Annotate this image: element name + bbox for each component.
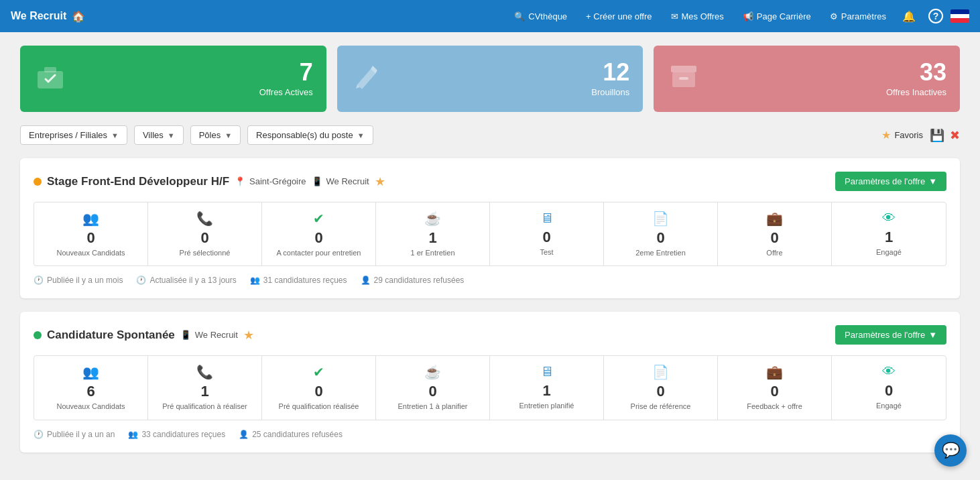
company-icon: 📱 bbox=[312, 176, 322, 186]
footer-text: 25 candidatures refusées bbox=[252, 430, 343, 439]
chevron-down-icon: ▼ bbox=[225, 131, 232, 139]
stat-number: 0 bbox=[381, 383, 484, 400]
stat-cell-6[interactable]: 💼 0 Feedback + offre bbox=[718, 356, 832, 419]
job-star-icon[interactable]: ★ bbox=[375, 174, 385, 189]
job-card-header: Candidature Spontanée📱 We Recruit★Paramè… bbox=[34, 325, 946, 345]
stat-cell-7[interactable]: 👁 0 Engagé bbox=[832, 356, 946, 419]
stat-label: A contacter pour entretien bbox=[267, 248, 370, 257]
stat-number: 0 bbox=[40, 229, 142, 247]
stat-number: 0 bbox=[609, 229, 712, 247]
job-stats-grid: 👥 6 Nouveaux Candidats 📞 1 Pré qualifica… bbox=[34, 355, 946, 420]
main-content: 7 Offres Actives 12 Brouillons bbox=[0, 32, 980, 480]
filter-villes[interactable]: Villes ▼ bbox=[134, 125, 184, 145]
footer-icon: 🕐 bbox=[136, 276, 146, 285]
stat-cell-3[interactable]: ☕ 0 Entretien 1 à planifier bbox=[376, 356, 490, 419]
stat-cell-5[interactable]: 📄 0 2eme Entretien bbox=[604, 202, 718, 265]
stat-cell-4[interactable]: 🖥 1 Entretien planifié bbox=[490, 356, 604, 419]
stat-label: Prise de référence bbox=[609, 402, 712, 411]
params-btn-label: Paramètres de l'offre bbox=[845, 330, 925, 340]
stat-number: 1 bbox=[154, 383, 256, 400]
active-offers-text: 7 Offres Actives bbox=[259, 60, 313, 97]
stat-cell-2[interactable]: ✔ 0 A contacter pour entretien bbox=[262, 202, 376, 265]
footer-text: Publiée il y a un an bbox=[47, 430, 115, 439]
home-icon[interactable]: 🏠 bbox=[72, 10, 85, 23]
job-card-header: Stage Front-End Développeur H/F📍 Saint-G… bbox=[34, 172, 946, 191]
footer-icon: 👥 bbox=[250, 276, 260, 285]
stat-cell-6[interactable]: 💼 0 Offre bbox=[718, 202, 832, 265]
chat-button[interactable]: 💬 bbox=[934, 434, 967, 467]
drafts-card[interactable]: 12 Brouillons bbox=[337, 46, 644, 112]
stat-number: 0 bbox=[154, 229, 256, 247]
inactive-offers-card[interactable]: 33 Offres Inactives bbox=[654, 46, 960, 112]
drafts-text: 12 Brouillons bbox=[591, 60, 629, 97]
filter-favoris[interactable]: ★ Favoris bbox=[881, 129, 923, 141]
briefcase-icon bbox=[34, 59, 67, 99]
params-offer-button[interactable]: Paramètres de l'offre ▼ bbox=[835, 172, 946, 191]
inactive-offers-label: Offres Inactives bbox=[886, 87, 946, 97]
stat-cell-0[interactable]: 👥 6 Nouveaux Candidats bbox=[34, 356, 148, 419]
chevron-down-icon: ▼ bbox=[928, 330, 937, 340]
nav-mes-offres[interactable]: ✉ Mes Offres bbox=[663, 7, 732, 25]
pencil-icon bbox=[351, 59, 384, 99]
megaphone-icon: 📢 bbox=[743, 11, 753, 21]
footer-icon: 👤 bbox=[239, 430, 249, 439]
search-icon: 🔍 bbox=[514, 11, 525, 21]
stat-cell-4[interactable]: 🖥 0 Test bbox=[490, 202, 604, 265]
notification-bell-button[interactable]: 🔔 bbox=[897, 4, 921, 28]
filter-actions: 💾 ✖ bbox=[930, 128, 960, 143]
footer-item-1: 🕐Actualisée il y a 13 jours bbox=[136, 276, 236, 285]
stat-label: Entretien planifié bbox=[495, 401, 598, 410]
stat-number: 1 bbox=[495, 382, 598, 400]
brand-label: We Recruit bbox=[11, 10, 66, 22]
stat-icon: ✔ bbox=[267, 364, 370, 380]
footer-icon: 👥 bbox=[128, 430, 138, 439]
footer-icon: 👤 bbox=[361, 276, 371, 285]
status-dot bbox=[34, 331, 42, 339]
stat-label: Entretien 1 à planifier bbox=[381, 402, 484, 411]
chevron-down-icon: ▼ bbox=[168, 131, 175, 139]
stat-cell-0[interactable]: 👥 0 Nouveaux Candidats bbox=[34, 202, 148, 265]
footer-text: Actualisée il y a 13 jours bbox=[149, 276, 236, 285]
stat-cell-2[interactable]: ✔ 0 Pré qualification réalisée bbox=[262, 356, 376, 419]
save-filter-icon[interactable]: 💾 bbox=[930, 128, 944, 143]
company-icon: 📱 bbox=[180, 330, 191, 340]
jobs-container: Stage Front-End Développeur H/F📍 Saint-G… bbox=[20, 158, 960, 453]
stat-icon: 💼 bbox=[723, 211, 826, 227]
archive-icon bbox=[667, 59, 700, 99]
job-star-icon[interactable]: ★ bbox=[243, 328, 254, 343]
stat-icon: 👁 bbox=[837, 364, 940, 379]
filter-entreprises[interactable]: Entreprises / Filiales ▼ bbox=[20, 125, 127, 145]
footer-item-2: 👥31 candidatures reçues bbox=[250, 276, 347, 285]
stat-label: Engagé bbox=[837, 401, 940, 410]
job-location: 📍 Saint-Grégoire bbox=[235, 176, 306, 186]
active-offers-card[interactable]: 7 Offres Actives bbox=[20, 46, 326, 112]
stat-icon: ✔ bbox=[267, 211, 370, 227]
stat-cell-5[interactable]: 📄 0 Prise de référence bbox=[604, 356, 718, 419]
gear-icon: ⚙ bbox=[830, 11, 838, 21]
help-button[interactable]: ? bbox=[924, 4, 948, 28]
chevron-down-icon: ▼ bbox=[928, 176, 937, 186]
job-company: 📱 We Recruit bbox=[180, 330, 238, 340]
stat-icon: 👥 bbox=[40, 364, 142, 380]
stat-label: Test bbox=[495, 247, 598, 257]
stat-icon: 📞 bbox=[154, 211, 256, 227]
clear-filter-icon[interactable]: ✖ bbox=[950, 128, 960, 143]
language-flag[interactable] bbox=[951, 9, 969, 23]
params-offer-button[interactable]: Paramètres de l'offre ▼ bbox=[835, 325, 946, 345]
nav-parametres[interactable]: ⚙ Paramètres bbox=[822, 7, 894, 25]
filter-responsable[interactable]: Responsable(s) du poste ▼ bbox=[247, 125, 373, 145]
help-icon: ? bbox=[928, 9, 943, 23]
stat-cell-7[interactable]: 👁 1 Engagé bbox=[832, 202, 946, 265]
nav-page-carriere[interactable]: 📢 Page Carrière bbox=[735, 7, 819, 25]
footer-item-0: 🕐Publiée il y a un mois bbox=[34, 276, 123, 285]
filter-poles[interactable]: Pôles ▼ bbox=[190, 125, 241, 145]
navbar-brand[interactable]: We Recruit 🏠 bbox=[11, 10, 85, 23]
stat-icon: 📞 bbox=[154, 364, 256, 380]
star-icon: ★ bbox=[881, 129, 891, 141]
nav-create-offer[interactable]: + Créer une offre bbox=[578, 7, 660, 25]
stat-label: 2eme Entretien bbox=[609, 248, 712, 257]
stat-cell-1[interactable]: 📞 1 Pré qualification à réaliser bbox=[148, 356, 262, 419]
stat-cell-3[interactable]: ☕ 1 1 er Entretien bbox=[376, 202, 490, 265]
stat-cell-1[interactable]: 📞 0 Pré sélectionné bbox=[148, 202, 262, 265]
nav-cvtheque[interactable]: 🔍 CVthèque bbox=[506, 7, 575, 25]
